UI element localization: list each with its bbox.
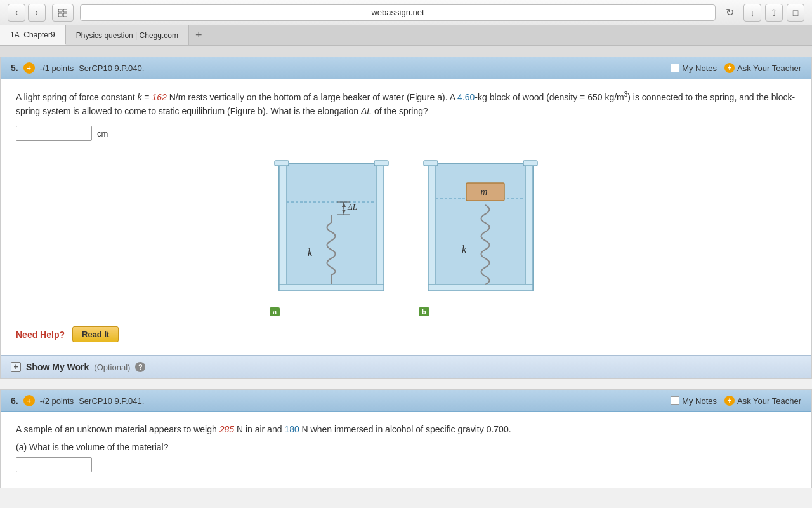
nav-buttons: ‹ ›	[8, 4, 46, 22]
q5-points-text: -/1 points	[40, 64, 74, 73]
svg-rect-20	[428, 164, 436, 291]
q6-points-text: -/2 points	[40, 396, 74, 406]
svg-rect-0	[58, 9, 62, 12]
question-5-block: 5. + -/1 points SerCP10 9.P.040. My Note…	[0, 57, 812, 379]
figure-a-container: k ΔL a	[270, 151, 393, 316]
question-5-header: 5. + -/1 points SerCP10 9.P.040. My Note…	[1, 57, 811, 79]
q6-my-notes-label: My Notes	[682, 396, 717, 406]
question-6-block: 6. + -/2 points SerCP10 9.P.041. My Note…	[0, 389, 812, 488]
mass-value: 4.60	[457, 92, 475, 102]
figure-a-badge: a	[270, 307, 280, 316]
figure-a-svg: k ΔL	[270, 151, 393, 304]
notes-checkbox[interactable]	[671, 64, 679, 72]
question-6-body: A sample of an unknown material appears …	[1, 412, 811, 487]
forward-button[interactable]: ›	[28, 4, 46, 22]
reload-button[interactable]: ↻	[722, 5, 737, 20]
q5-code: SerCP10 9.P.040.	[79, 64, 144, 73]
q5-my-notes-label: My Notes	[682, 64, 717, 73]
page-content: 5. + -/1 points SerCP10 9.P.040. My Note…	[0, 57, 812, 508]
q6-ask-teacher-button[interactable]: + Ask Your Teacher	[724, 396, 801, 406]
m-label: m	[481, 187, 488, 197]
weight-alcohol-value: 180	[284, 424, 299, 434]
svg-rect-23	[424, 161, 438, 166]
q6-sub-a: (a) What is the volume of the material?	[16, 442, 796, 452]
k-label-a: k	[308, 247, 313, 258]
address-bar[interactable]: webassign.net	[80, 4, 716, 21]
figure-b-badge: b	[419, 307, 429, 316]
tab-overview-button[interactable]	[52, 4, 74, 22]
figure-a-line	[282, 312, 393, 312]
download-button[interactable]: ↓	[743, 4, 761, 22]
figure-a-label-row: a	[270, 307, 393, 316]
back-button[interactable]: ‹	[8, 4, 25, 22]
q5-ask-teacher-button[interactable]: + Ask Your Teacher	[724, 63, 801, 73]
tab-1a-label: 1A_Chapter9	[10, 30, 55, 39]
svg-rect-8	[275, 161, 289, 166]
q5-answer-input[interactable]	[16, 126, 92, 141]
weight-air-value: 285	[219, 424, 234, 434]
svg-rect-6	[376, 164, 384, 291]
svg-rect-22	[428, 284, 533, 291]
tab-bar: 1A_Chapter9 Physics question | Chegg.com…	[0, 25, 812, 46]
question-5-body: A light spring of force constant k = 162…	[1, 79, 811, 355]
q6-code: SerCP10 9.P.041.	[79, 396, 144, 406]
svg-rect-5	[279, 164, 287, 291]
question-5-number: 5.	[11, 63, 18, 73]
k-value: 162	[152, 92, 166, 102]
svg-rect-21	[525, 164, 533, 291]
show-my-work-section[interactable]: + Show My Work (Optional) ?	[1, 355, 811, 378]
need-help-row: Need Help? Read It	[16, 326, 796, 342]
q5-answer-row: cm	[16, 126, 796, 141]
question-6-header: 6. + -/2 points SerCP10 9.P.041. My Note…	[1, 390, 811, 412]
tab-1a-chapter9[interactable]: 1A_Chapter9	[0, 25, 66, 45]
tab-physics-chegg[interactable]: Physics question | Chegg.com	[66, 25, 189, 45]
q5-points-badge: +	[23, 62, 35, 74]
q6-answer-row	[16, 457, 796, 472]
toolbar-right: ↓ ⇧ □	[743, 4, 804, 22]
fullscreen-button[interactable]: □	[787, 4, 804, 22]
q6-plus-icon: +	[724, 396, 735, 406]
figure-b-label-row: b	[419, 307, 542, 316]
svg-rect-7	[279, 284, 384, 291]
tab-chegg-label: Physics question | Chegg.com	[76, 31, 178, 40]
optional-label: (Optional)	[94, 363, 130, 372]
toolbar: ‹ › webassign.net ↻ ↓ ⇧ □	[0, 0, 812, 25]
read-it-button[interactable]: Read It	[72, 326, 119, 342]
svg-rect-9	[374, 161, 388, 166]
help-icon[interactable]: ?	[135, 362, 145, 372]
question-6-number: 6.	[11, 396, 18, 406]
svg-rect-2	[58, 13, 62, 17]
delta-l-label: ΔL	[347, 202, 357, 211]
q5-ask-teacher-label: Ask Your Teacher	[737, 64, 801, 73]
svg-rect-3	[63, 13, 67, 17]
figure-b-container: m k b	[419, 151, 542, 316]
svg-rect-1	[63, 9, 67, 12]
svg-rect-4	[279, 164, 384, 291]
url-text: webassign.net	[371, 8, 424, 17]
q5-my-notes-button[interactable]: My Notes	[671, 64, 717, 73]
expand-icon[interactable]: +	[11, 362, 21, 372]
q6-ask-teacher-label: Ask Your Teacher	[737, 396, 801, 406]
q5-unit-label: cm	[97, 129, 108, 138]
plus-icon: +	[724, 63, 735, 73]
figure-b-line	[432, 312, 542, 312]
q5-question-text: A light spring of force constant k = 162…	[16, 90, 796, 118]
k-variable: k	[137, 92, 141, 102]
q6-notes-checkbox[interactable]	[671, 396, 679, 405]
share-button[interactable]: ⇧	[765, 4, 783, 22]
q6-my-notes-button[interactable]: My Notes	[671, 396, 717, 406]
figure-b-svg: m k	[419, 151, 542, 304]
q6-header-right: My Notes + Ask Your Teacher	[671, 396, 801, 406]
q5-header-right: My Notes + Ask Your Teacher	[671, 63, 801, 73]
svg-rect-24	[523, 161, 537, 166]
need-help-label: Need Help?	[16, 330, 65, 340]
delta-l: ΔL	[361, 106, 372, 116]
k-label-b: k	[462, 244, 467, 255]
q6-points-badge: +	[23, 395, 35, 406]
q6-answer-input[interactable]	[16, 457, 92, 472]
browser-chrome: ‹ › webassign.net ↻ ↓ ⇧ □ 1A_Chapter9 Ph…	[0, 0, 812, 46]
add-tab-button[interactable]: +	[189, 25, 209, 45]
show-my-work-label: Show My Work	[26, 362, 89, 372]
figures-area: k ΔL a	[16, 151, 796, 316]
tab-overview-icon	[58, 9, 67, 17]
